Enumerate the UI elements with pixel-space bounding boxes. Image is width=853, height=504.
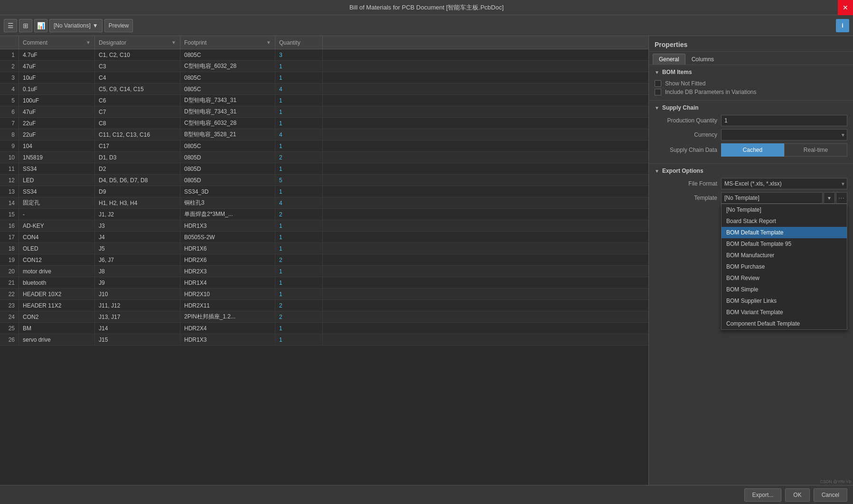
include-db-params-checkbox[interactable] [655,89,661,95]
table-row[interactable]: 19 CON12 J6, J7 HDR2X6 2 [0,254,648,266]
template-dots-button[interactable]: ··· [836,192,847,204]
td-footprint: HDR2X3 [180,266,275,277]
table-row[interactable]: 6 47uF C7 D型钽电容_7343_31 1 [0,106,648,118]
table-row[interactable]: 25 BM J14 HDR2X4 1 [0,323,648,334]
td-num: 23 [0,300,19,311]
template-controls: ▼ ··· [721,192,847,204]
td-comment: SS34 [19,163,95,174]
td-qty: 2 [275,311,323,322]
dropdown-item[interactable]: BOM Default Template [722,227,847,238]
template-dropdown-area: ▼ ··· [No Template]Board Stack ReportBOM… [721,192,847,204]
component-view-button[interactable]: ⊞ [19,19,32,32]
td-designator: D1, D3 [95,152,180,163]
show-not-fitted-row: Show Not Fitted [655,79,847,88]
table-body[interactable]: 1 4.7uF C1, C2, C10 0805C 3 2 47uF C3 C型… [0,49,648,491]
table-row[interactable]: 11 SS34 D2 0805D 1 [0,163,648,175]
dropdown-item[interactable]: BOM Supplier Links [722,295,847,307]
col-header-comment: Comment ▼ [19,36,95,49]
table-row[interactable]: 14 固定孔 H1, H2, H3, H4 铜柱孔3 4 [0,197,648,209]
template-input[interactable] [721,192,823,204]
close-button[interactable]: ✕ [838,0,853,15]
table-row[interactable]: 17 CON4 J4 B0505S-2W 1 [0,232,648,243]
production-qty-input[interactable] [721,115,847,126]
td-designator: D4, D5, D6, D7, D8 [95,175,180,186]
table-row[interactable]: 15 - J1, J2 单面焊盘2*3MM_... 2 [0,209,648,220]
td-designator: J3 [95,220,180,231]
td-qty: 1 [275,289,323,299]
dropdown-item[interactable]: BOM Review [722,272,847,284]
td-extra [323,49,648,60]
list-view-button[interactable]: ☰ [4,19,17,32]
dropdown-item[interactable]: Component Default Template [722,318,847,329]
table-panel: Comment ▼ Designator ▼ Footprint ▼ Quant… [0,36,649,504]
dropdown-item[interactable]: BOM Variant Template [722,307,847,318]
td-num: 22 [0,289,19,299]
table-row[interactable]: 26 servo drive J15 HDR1X3 1 [0,334,648,345]
td-extra [323,266,648,277]
dropdown-item[interactable]: [No Template] [722,204,847,215]
tab-general[interactable]: General [653,54,685,65]
info-button[interactable]: i [836,19,849,32]
td-designator: C7 [95,106,180,117]
table-row[interactable]: 21 bluetooth J9 HDR1X4 1 [0,277,648,289]
preview-button[interactable]: Preview [104,19,133,32]
table-row[interactable]: 3 10uF C4 0805C 1 [0,72,648,84]
table-row[interactable]: 9 104 C17 0805C 1 [0,140,648,152]
supply-chain-header: ▼ Supply Chain [655,104,847,111]
table-row[interactable]: 7 22uF C8 C型钽电容_6032_28 1 [0,118,648,129]
ok-button[interactable]: OK [785,488,809,502]
td-num: 10 [0,152,19,163]
dropdown-item[interactable]: BOM Simple [722,284,847,295]
td-footprint: HDR1X3 [180,334,275,345]
main-content: Comment ▼ Designator ▼ Footprint ▼ Quant… [0,36,853,504]
td-footprint: HDR2X4 [180,323,275,334]
table-row[interactable]: 23 HEADER 11X2 J11, J12 HDR2X11 2 [0,300,648,311]
td-footprint: 铜柱孔3 [180,197,275,208]
td-footprint: HDR2X6 [180,254,275,265]
show-not-fitted-checkbox[interactable] [655,80,661,87]
template-dropdown-arrow-button[interactable]: ▼ [824,192,835,204]
table-row[interactable]: 4 0.1uF C5, C9, C14, C15 0805C 4 [0,84,648,95]
table-row[interactable]: 22 HEADER 10X2 J10 HDR2X10 1 [0,289,648,300]
cached-button[interactable]: Cached [721,143,784,157]
variations-dropdown[interactable]: [No Variations] ▼ [49,19,103,32]
td-comment: LED [19,175,95,186]
table-row[interactable]: 24 CON2 J13, J17 2PIN杜邦插座_1.2... 2 [0,311,648,323]
td-comment: 47uF [19,106,95,117]
table-row[interactable]: 18 OLED J5 HDR1X6 1 [0,243,648,254]
table-row[interactable]: 13 SS34 D9 SS34_3D 1 [0,186,648,197]
table-row[interactable]: 1 4.7uF C1, C2, C10 0805C 3 [0,49,648,61]
supply-chain-data-row: Supply Chain Data Cached Real-time [655,143,847,157]
dropdown-item[interactable]: BOM Purchase [722,261,847,272]
td-comment: motor drive [19,266,95,277]
export-options-header: ▼ Export Options [655,168,847,174]
tab-columns[interactable]: Columns [685,54,720,65]
td-num: 6 [0,106,19,117]
td-designator: C17 [95,140,180,151]
td-footprint: C型钽电容_6032_28 [180,118,275,129]
td-extra [323,197,648,208]
td-qty: 4 [275,129,323,140]
td-designator: J9 [95,277,180,288]
td-qty: 3 [275,49,323,60]
table-row[interactable]: 5 100uF C6 D型钽电容_7343_31 1 [0,95,648,106]
realtime-button[interactable]: Real-time [784,143,847,157]
td-footprint: B0505S-2W [180,232,275,243]
table-row[interactable]: 16 AD-KEY J3 HDR1X3 1 [0,220,648,232]
col-header-designator: Designator ▼ [95,36,180,49]
dropdown-item[interactable]: Board Stack Report [722,215,847,227]
td-comment: BM [19,323,95,334]
chart-view-button[interactable]: 📊 [34,19,47,32]
table-row[interactable]: 10 1N5819 D1, D3 0805D 2 [0,152,648,163]
table-row[interactable]: 20 motor drive J8 HDR2X3 1 [0,266,648,277]
table-row[interactable]: 8 22uF C11, C12, C13, C16 B型钽电容_3528_21 … [0,129,648,140]
table-row[interactable]: 2 47uF C3 C型钽电容_6032_28 1 [0,61,648,72]
file-format-select[interactable]: MS-Excel (*.xls, *.xlsx) [721,178,847,189]
cancel-button[interactable]: Cancel [814,488,847,502]
currency-select[interactable] [721,129,847,140]
table-row[interactable]: 12 LED D4, D5, D6, D7, D8 0805D 5 [0,175,648,186]
dropdown-item[interactable]: BOM Default Template 95 [722,238,847,250]
export-button[interactable]: Export... [744,488,782,502]
dropdown-item[interactable]: BOM Manufacturer [722,250,847,261]
td-extra [323,140,648,151]
